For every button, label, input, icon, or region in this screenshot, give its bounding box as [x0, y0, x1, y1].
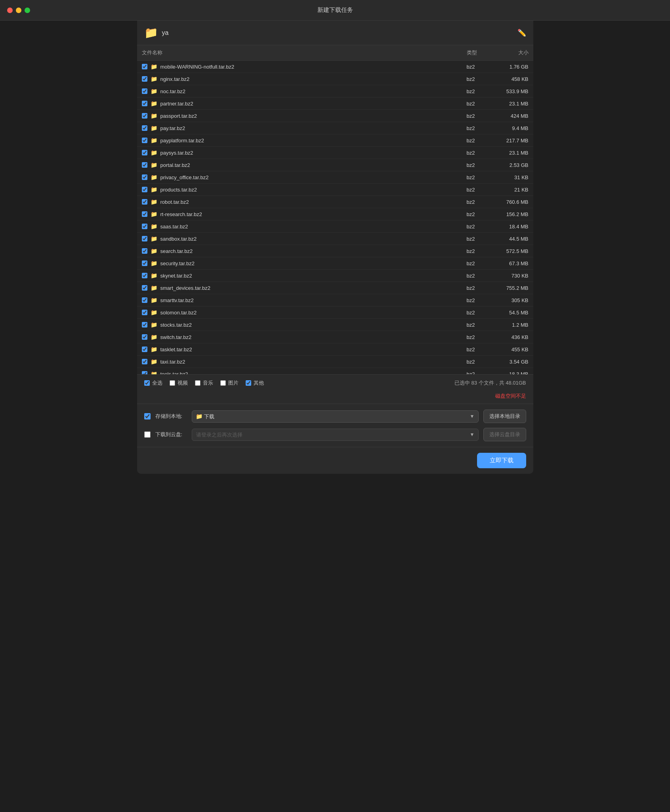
disk-warning-text: 磁盘空间不足: [495, 393, 526, 399]
file-type-icon: 📁: [151, 260, 157, 266]
file-name: portal.tar.bz2: [160, 162, 190, 168]
filter-image[interactable]: 图片: [220, 379, 239, 387]
file-name: stocks.tar.bz2: [160, 322, 192, 328]
file-checkbox[interactable]: [142, 162, 147, 168]
table-row: 📁 sandbox.tar.bz2 bz2 44.5 MB: [137, 233, 533, 245]
file-name-cell: 📁 saas.tar.bz2: [137, 220, 462, 233]
file-list-container[interactable]: 文件名称 类型 大小 📁 mobile-WARNING-notfull.tar.…: [137, 45, 533, 374]
table-row: 📁 privacy_office.tar.bz2 bz2 31 KB: [137, 171, 533, 184]
file-size-cell: 217.7 MB: [494, 134, 533, 147]
file-checkbox[interactable]: [142, 101, 147, 106]
file-type-cell: bz2: [462, 134, 494, 147]
file-size-cell: 1.76 GB: [494, 61, 533, 73]
file-checkbox[interactable]: [142, 211, 147, 217]
file-size-cell: 2.53 GB: [494, 159, 533, 171]
file-size-cell: 455 KB: [494, 343, 533, 356]
folder-name: ya: [162, 29, 169, 36]
file-name-cell: 📁 switch.tar.bz2: [137, 331, 462, 343]
maximize-button[interactable]: [25, 8, 30, 13]
file-type-cell: bz2: [462, 85, 494, 98]
file-checkbox[interactable]: [142, 322, 147, 327]
file-type-icon: 📁: [151, 162, 157, 168]
cloud-path-select[interactable]: 请登录之后再次选择: [192, 429, 479, 441]
file-name-cell: 📁 robot.tar.bz2: [137, 196, 462, 208]
file-name-cell: 📁 smarttv.tar.bz2: [137, 294, 462, 306]
col-header-type: 类型: [462, 45, 494, 61]
file-name: security.tar.bz2: [160, 260, 195, 266]
file-name: noc.tar.bz2: [160, 88, 186, 94]
file-checkbox[interactable]: [142, 113, 147, 119]
file-checkbox[interactable]: [142, 310, 147, 315]
select-local-dir-button[interactable]: 选择本地目录: [483, 410, 526, 423]
file-checkbox[interactable]: [142, 150, 147, 155]
cloud-storage-row: 下载到云盘: 请登录之后再次选择 ▼ 选择云盘目录: [144, 428, 526, 441]
file-checkbox[interactable]: [142, 260, 147, 266]
file-checkbox[interactable]: [142, 297, 147, 303]
file-checkbox[interactable]: [142, 138, 147, 143]
file-checkbox[interactable]: [142, 334, 147, 340]
filter-select-all[interactable]: 全选: [144, 379, 162, 387]
other-checkbox[interactable]: [246, 380, 251, 386]
file-type-icon: 📁: [151, 346, 157, 352]
cloud-storage-checkbox[interactable]: [144, 431, 151, 438]
file-name-cell: 📁 nginx.tar.bz2: [137, 73, 462, 85]
filter-music[interactable]: 音乐: [195, 379, 213, 387]
file-size-cell: 3.54 GB: [494, 356, 533, 368]
select-all-label: 全选: [152, 379, 162, 387]
file-name: tools.tar.bz2: [160, 371, 188, 375]
edit-icon[interactable]: ✏️: [517, 29, 526, 37]
table-row: 📁 search.tar.bz2 bz2 572.5 MB: [137, 245, 533, 257]
file-type-icon: 📁: [151, 223, 157, 230]
file-type-icon: 📁: [151, 88, 157, 94]
file-type-icon: 📁: [151, 137, 157, 144]
file-type-cell: bz2: [462, 122, 494, 134]
file-name-cell: 📁 pay.tar.bz2: [137, 122, 462, 134]
file-checkbox[interactable]: [142, 199, 147, 205]
file-type-icon: 📁: [151, 211, 157, 217]
download-button[interactable]: 立即下载: [477, 453, 526, 468]
col-header-size: 大小: [494, 45, 533, 61]
file-name-cell: 📁 mobile-WARNING-notfull.tar.bz2: [137, 61, 462, 73]
file-checkbox[interactable]: [142, 285, 147, 291]
other-label: 其他: [254, 379, 264, 387]
filter-other[interactable]: 其他: [246, 379, 264, 387]
local-storage-label: 存储到本地:: [155, 413, 187, 420]
file-type-icon: 📁: [151, 113, 157, 119]
file-checkbox[interactable]: [142, 76, 147, 82]
file-name-cell: 📁 smart_devices.tar.bz2: [137, 282, 462, 294]
file-checkbox[interactable]: [142, 224, 147, 229]
file-size-cell: 23.1 MB: [494, 98, 533, 110]
file-checkbox[interactable]: [142, 125, 147, 131]
file-type-icon: 📁: [151, 322, 157, 328]
file-checkbox[interactable]: [142, 347, 147, 352]
file-type-icon: 📁: [151, 371, 157, 374]
select-cloud-dir-button[interactable]: 选择云盘目录: [483, 428, 526, 441]
file-checkbox[interactable]: [142, 187, 147, 192]
local-path-select[interactable]: 下载: [192, 410, 479, 423]
file-type-cell: bz2: [462, 306, 494, 319]
file-checkbox[interactable]: [142, 273, 147, 278]
filter-video[interactable]: 视频: [170, 379, 188, 387]
file-checkbox[interactable]: [142, 236, 147, 241]
file-name: passport.tar.bz2: [160, 113, 197, 119]
select-all-checkbox[interactable]: [144, 380, 150, 386]
file-name-cell: 📁 payplatform.tar.bz2: [137, 134, 462, 147]
file-name: smarttv.tar.bz2: [160, 297, 194, 303]
file-checkbox[interactable]: [142, 174, 147, 180]
file-type-icon: 📁: [151, 76, 157, 82]
image-checkbox[interactable]: [220, 380, 226, 386]
video-checkbox[interactable]: [170, 380, 175, 386]
minimize-button[interactable]: [16, 8, 21, 13]
table-row: 📁 security.tar.bz2 bz2 67.3 MB: [137, 257, 533, 270]
music-checkbox[interactable]: [195, 380, 200, 386]
file-checkbox[interactable]: [142, 248, 147, 254]
file-checkbox[interactable]: [142, 371, 147, 374]
file-checkbox[interactable]: [142, 64, 147, 69]
file-checkbox[interactable]: [142, 359, 147, 364]
table-row: 📁 robot.tar.bz2 bz2 760.6 MB: [137, 196, 533, 208]
file-type-cell: bz2: [462, 220, 494, 233]
close-button[interactable]: [7, 8, 13, 13]
local-storage-checkbox[interactable]: [144, 413, 151, 419]
file-checkbox[interactable]: [142, 88, 147, 94]
file-type-cell: bz2: [462, 196, 494, 208]
